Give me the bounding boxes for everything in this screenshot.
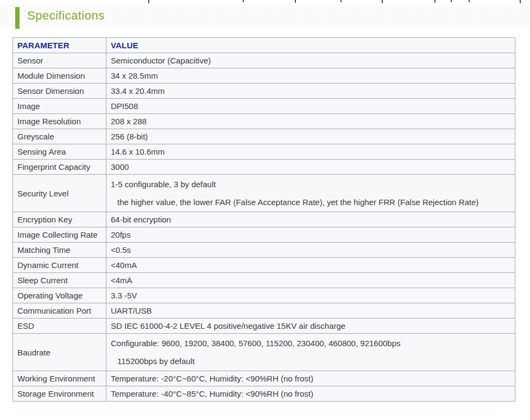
table-row: Greyscale256 (8-bit) [13,129,515,144]
value-cell: <40mA [106,258,515,273]
value-cell: 3000 [106,160,515,175]
parameter-cell: Sensing Area [13,144,106,160]
parameter-cell: ESD [13,319,106,334]
value-cell: <4mA [106,273,515,288]
parameter-cell: Module Dimension [13,68,106,84]
table-row: BaudrateConfigurable: 9600, 19200, 38400… [13,334,515,371]
value-line: <4mA [111,275,510,286]
value-line: 33.4 x 20.4mm [111,86,510,97]
value-cell: 34 x 28.5mm [106,68,515,84]
page-title: Specifications [27,9,105,23]
value-cell: 20fps [106,227,515,243]
value-cell: 256 (8-bit) [106,129,515,144]
table-row: ESDSD IEC 61000-4-2 LEVEL 4 positive/neg… [13,319,515,334]
table-row: Communication PortUART/USB [13,303,515,319]
value-line: <0.5s [111,245,510,256]
table-header-row: PARAMETER VALUE [13,38,515,53]
value-line: 20fps [111,230,510,240]
value-line: 256 (8-bit) [111,131,510,142]
value-line: 3000 [111,162,510,173]
parameter-cell: Image [13,99,106,114]
table-row: Module Dimension34 x 28.5mm [13,68,515,84]
value-cell: Temperature: -20°C~60°C, Humidity: <90%R… [106,371,515,386]
value-line: 64-bit encryption [111,214,510,225]
value-line: 14.6 x 10.6mm [111,147,510,157]
section-header: Specifications [0,5,530,27]
parameter-cell: Image Collecting Rate [13,227,106,243]
page: Specifications PARAMETER VALUE SensorSem… [0,0,530,420]
value-cell: 208 x 288 [106,114,515,129]
value-line: 3.3 -5V [111,290,510,301]
value-cell: 64-bit encryption [106,212,515,227]
clipped-text-fragments [0,0,530,4]
parameter-cell: Communication Port [13,303,106,319]
value-cell: SD IEC 61000-4-2 LEVEL 4 positive/negati… [106,319,515,334]
value-cell: 3.3 -5V [106,288,515,303]
column-header-value: VALUE [106,38,515,53]
value-cell: DPI508 [106,99,515,114]
parameter-cell: Working Environment [13,371,106,386]
value-line: 34 x 28.5mm [111,71,510,81]
table-row: Operating Voltage3.3 -5V [13,288,515,303]
table-row: SensorSemiconductor (Capacitive) [13,53,515,68]
table-row: Encryption Key64-bit encryption [13,212,515,227]
value-cell: 1-5 configurable, 3 by defaultthe higher… [106,175,515,212]
parameter-cell: Sensor Dimension [13,84,106,99]
parameter-cell: Image Resolution [13,114,106,129]
value-cell: 33.4 x 20.4mm [106,84,515,99]
value-line: Temperature: -40°C~85°C, Humidity: <90%R… [111,389,510,399]
value-line: Configurable: 9600, 19200, 38400, 57600,… [111,338,510,349]
value-line: Temperature: -20°C~60°C, Humidity: <90%R… [111,373,510,384]
table-row: Working EnvironmentTemperature: -20°C~60… [13,371,515,386]
table-row: Matching Time<0.5s [13,243,515,258]
value-line: Semiconductor (Capacitive) [111,55,510,66]
parameter-cell: Dynamic Current [13,258,106,273]
parameter-cell: Sleep Current [13,273,106,288]
parameter-cell: Matching Time [13,243,106,258]
table-row: Dynamic Current<40mA [13,258,515,273]
value-line: DPI508 [111,101,510,112]
parameter-cell: Sensor [13,53,106,68]
table-row: Fingerprint Capacity3000 [13,160,515,175]
value-cell: Temperature: -40°C~85°C, Humidity: <90%R… [106,386,515,402]
table-row: Image Collecting Rate20fps [13,227,515,243]
value-line: 1-5 configurable, 3 by default [111,179,510,190]
table-row: Sleep Current<4mA [13,273,515,288]
column-header-parameter: PARAMETER [13,38,106,53]
value-line: UART/USB [111,306,510,316]
parameter-cell: Storage Environment [13,386,106,402]
table-row: ImageDPI508 [13,99,515,114]
value-cell: Configurable: 9600, 19200, 38400, 57600,… [106,334,515,371]
value-line: SD IEC 61000-4-2 LEVEL 4 positive/negati… [111,321,510,332]
value-cell: <0.5s [106,243,515,258]
table-row: Sensor Dimension33.4 x 20.4mm [13,84,515,99]
value-line: the higher value, the lower FAR (False A… [117,197,510,208]
table-row: Security Level1-5 configurable, 3 by def… [13,175,515,212]
parameter-cell: Security Level [13,175,106,212]
value-cell: 14.6 x 10.6mm [106,144,515,160]
value-line: 208 x 288 [111,116,510,127]
parameter-cell: Greyscale [13,129,106,144]
value-line: <40mA [111,260,510,271]
table-row: Image Resolution208 x 288 [13,114,515,129]
parameter-cell: Fingerprint Capacity [13,160,106,175]
parameter-cell: Encryption Key [13,212,106,227]
table-row: Storage EnvironmentTemperature: -40°C~85… [13,386,515,402]
value-cell: Semiconductor (Capacitive) [106,53,515,68]
parameter-cell: Baudrate [13,334,106,371]
spec-table-body: SensorSemiconductor (Capacitive)Module D… [13,53,515,402]
value-cell: UART/USB [106,303,515,319]
value-line: 115200bps by default [117,356,510,367]
specifications-table: PARAMETER VALUE SensorSemiconductor (Cap… [12,37,515,402]
table-row: Sensing Area14.6 x 10.6mm [13,144,515,160]
section-accent-bar [15,7,20,29]
parameter-cell: Operating Voltage [13,288,106,303]
